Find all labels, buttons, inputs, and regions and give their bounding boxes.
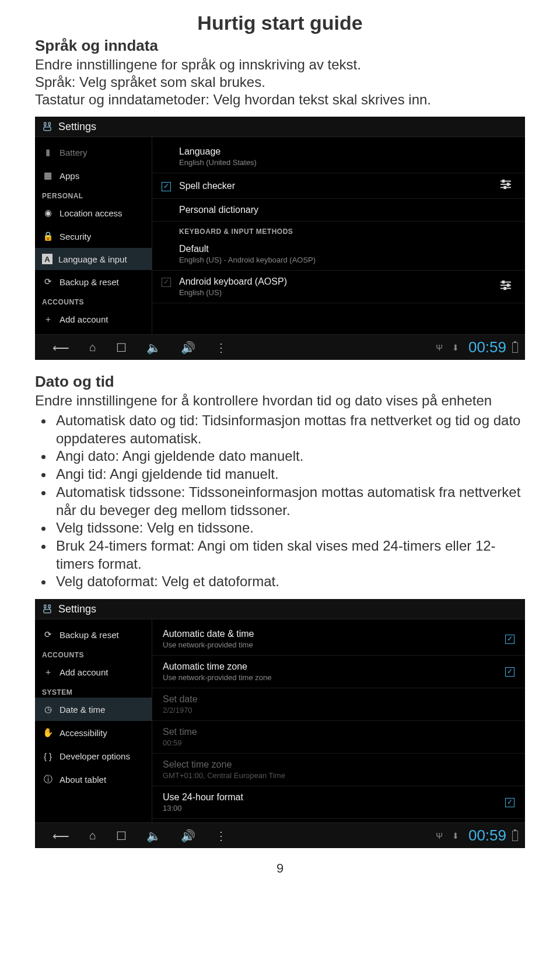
settings-titlebar: Settings [35, 599, 525, 619]
checkbox-checked-icon[interactable] [505, 798, 514, 807]
lock-icon: 🔒 [42, 230, 54, 242]
row-sub: English (United States) [179, 158, 257, 167]
sidebar-item-backup[interactable]: ⟳ Backup & reset [35, 623, 152, 646]
sidebar-label: Developer options [60, 751, 130, 761]
row-label: Language [179, 146, 257, 157]
settings-title: Settings [58, 603, 96, 615]
sidebar-item-developer[interactable]: { } Developer options [35, 744, 152, 768]
keyboard-a-icon: A [42, 254, 52, 264]
sidebar-label: Battery [60, 148, 88, 157]
row-label: Automatic time zone [163, 661, 271, 672]
bullet-item: Velg datoformat: Velg et datoformat. [54, 573, 525, 591]
row-sub: Use network-provided time [163, 640, 254, 649]
sliders-icon[interactable] [499, 179, 514, 192]
recent-icon[interactable]: ☐ [116, 829, 127, 843]
row-label: Set date [163, 694, 198, 705]
sidebar-item-security[interactable]: 🔒 Security [35, 225, 152, 248]
sidebar-label: Add account [60, 314, 108, 324]
bullet-item: Angi tid: Angi gjeldende tid manuelt. [54, 465, 525, 484]
status-clock: 00:59 [468, 827, 506, 845]
info-icon: ⓘ [42, 773, 54, 785]
row-label: Select time zone [163, 759, 285, 770]
section2-line1: Endre innstillingene for å kontrollere h… [35, 392, 525, 409]
row-sub: English (US) [179, 288, 287, 297]
plus-icon: ＋ [42, 313, 54, 325]
sidebar-item-battery[interactable]: ▮ Battery [35, 141, 152, 164]
row-sub: 00:59 [163, 738, 197, 747]
row-label: Default [179, 244, 316, 254]
svg-rect-0 [44, 122, 46, 125]
sidebar-item-backup[interactable]: ⟳ Backup & reset [35, 270, 152, 293]
row-label: Spell checker [179, 181, 235, 191]
battery-icon: ▮ [42, 146, 54, 158]
clock-icon: ◷ [42, 703, 54, 715]
sidebar-item-datetime[interactable]: ◷ Date & time [35, 698, 152, 721]
sidebar-item-about[interactable]: ⓘ About tablet [35, 768, 152, 791]
row-label: Android keyboard (AOSP) [179, 276, 287, 287]
settings-content: Language English (United States) Spell c… [152, 137, 525, 334]
volume-up-icon[interactable]: 🔊 [181, 341, 195, 355]
svg-rect-10 [504, 187, 506, 189]
battery-status-icon [512, 831, 518, 841]
row-language[interactable]: Language English (United States) [152, 141, 525, 173]
sidebar-label: Date & time [60, 705, 105, 715]
bullet-item: Velg tidssone: Velg en tidssone. [54, 519, 525, 537]
checkbox-checked-icon[interactable] [505, 667, 514, 677]
row-android-keyboard[interactable]: Android keyboard (AOSP) English (US) [152, 271, 525, 303]
screenshot-language-input: Settings ▮ Battery ▦ Apps PERSONAL ◉ Loc… [35, 117, 525, 360]
checkbox-checked-icon[interactable] [505, 635, 514, 644]
svg-rect-17 [44, 605, 46, 608]
menu-icon[interactable]: ⋮ [215, 341, 227, 355]
sidebar-item-location[interactable]: ◉ Location access [35, 201, 152, 225]
bullet-item: Bruk 24-timers format: Angi om tiden ska… [54, 537, 525, 573]
row-default-keyboard[interactable]: Default English (US) - Android keyboard … [152, 238, 525, 271]
row-label: Personal dictionary [179, 205, 258, 215]
recent-icon[interactable]: ☐ [116, 341, 127, 355]
row-personal-dictionary[interactable]: Personal dictionary [152, 199, 525, 222]
apps-icon: ▦ [42, 170, 54, 181]
home-icon[interactable]: ⌂ [89, 829, 96, 842]
row-use-24hour[interactable]: Use 24-hour format 13:00 [152, 786, 525, 819]
android-navbar: ⟵ ⌂ ☐ 🔈 🔊 ⋮ Ψ ⬇ 00:59 [35, 334, 525, 360]
back-icon[interactable]: ⟵ [52, 341, 69, 355]
sliders-icon[interactable] [499, 280, 514, 293]
settings-icon [41, 120, 54, 133]
home-icon[interactable]: ⌂ [89, 341, 96, 354]
row-auto-timezone[interactable]: Automatic time zone Use network-provided… [152, 656, 525, 688]
section-heading-language: Språk og inndata [35, 37, 525, 55]
page-title: Hurtig start guide [35, 12, 525, 34]
volume-up-icon[interactable]: 🔊 [181, 829, 195, 843]
sidebar-label: Language & input [58, 254, 127, 264]
plus-icon: ＋ [42, 666, 54, 678]
menu-icon[interactable]: ⋮ [215, 829, 227, 843]
sidebar-item-apps[interactable]: ▦ Apps [35, 164, 152, 187]
volume-down-icon[interactable]: 🔈 [146, 829, 161, 843]
sidebar-item-add-account[interactable]: ＋ Add account [35, 307, 152, 331]
sidebar-label: Add account [60, 667, 108, 677]
download-icon: ⬇ [452, 343, 459, 352]
hand-icon: ✋ [42, 727, 54, 738]
row-spell-checker[interactable]: Spell checker [152, 173, 525, 199]
settings-icon [41, 603, 54, 615]
sidebar-cat-accounts: ACCOUNTS [35, 646, 152, 660]
sidebar-item-accessibility[interactable]: ✋ Accessibility [35, 721, 152, 744]
sidebar-item-language[interactable]: A Language & input [35, 248, 152, 270]
status-clock: 00:59 [468, 338, 506, 356]
row-auto-datetime[interactable]: Automatic date & time Use network-provid… [152, 623, 525, 656]
sidebar-cat-accounts: ACCOUNTS [35, 293, 152, 307]
sidebar-label: Location access [60, 208, 123, 218]
checkbox-checked-icon[interactable] [162, 182, 171, 191]
braces-icon: { } [42, 750, 54, 762]
sidebar-item-add-account[interactable]: ＋ Add account [35, 660, 152, 684]
content-cat-keyboard: KEYBOARD & INPUT METHODS [152, 222, 525, 238]
svg-rect-9 [508, 183, 509, 185]
svg-rect-8 [503, 180, 505, 183]
sidebar-label: Security [60, 232, 91, 241]
svg-rect-1 [48, 122, 50, 125]
settings-title: Settings [58, 121, 96, 133]
volume-down-icon[interactable]: 🔈 [146, 341, 161, 355]
section1-line2: Språk: Velg språket som skal brukes. [35, 73, 525, 91]
back-icon[interactable]: ⟵ [52, 829, 69, 843]
usb-icon: Ψ [436, 343, 443, 352]
sidebar-label: Accessibility [60, 728, 107, 738]
